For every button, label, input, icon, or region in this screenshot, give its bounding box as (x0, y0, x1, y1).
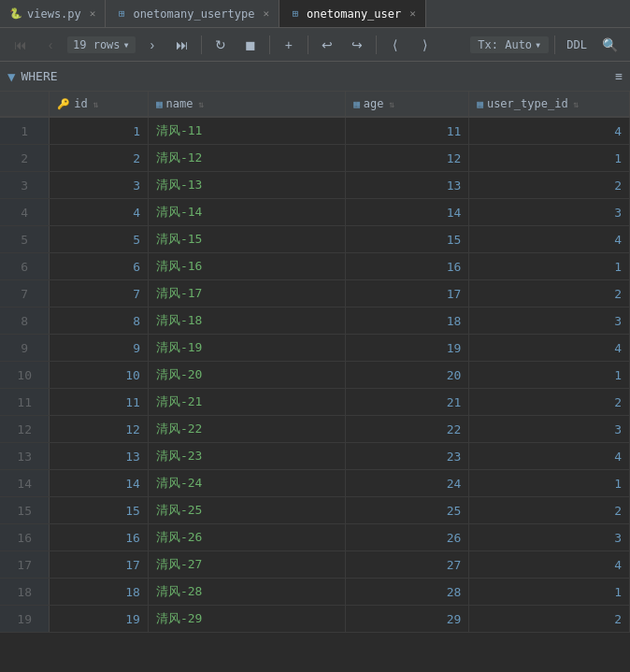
cell-age: 19 (346, 335, 469, 362)
refresh-button[interactable]: ↻ (208, 33, 234, 57)
cell-name: 清风-18 (148, 307, 345, 335)
table-row[interactable]: 1919清风-29292 (0, 606, 630, 633)
toolbar-separator-4 (376, 36, 377, 54)
cell-user-type-id: 1 (469, 470, 630, 497)
table-row[interactable]: 88清风-18183 (0, 307, 630, 335)
cell-id: 9 (50, 335, 149, 362)
cell-user-type-id: 1 (469, 145, 630, 172)
table-row[interactable]: 33清风-13132 (0, 172, 630, 199)
rows-dropdown-icon: ▾ (123, 38, 130, 51)
tab-bar: 🐍 views.py ✕ ⊞ onetomany_usertype ✕ ⊞ on… (0, 0, 630, 28)
col-header-age[interactable]: ▦ age ⇅ (346, 92, 469, 117)
redo-button[interactable]: ↪ (344, 33, 370, 57)
cell-rownum: 11 (0, 389, 50, 416)
tab-onetomany-user[interactable]: ⊞ onetomany_user ✕ (279, 0, 426, 27)
next-page-button[interactable]: › (139, 33, 165, 57)
tx-selector[interactable]: Tx: Auto ▾ (470, 36, 549, 53)
table-row[interactable]: 55清风-15154 (0, 226, 630, 253)
cell-rownum: 7 (0, 280, 50, 307)
cell-age: 20 (346, 362, 469, 389)
filter-sort-button[interactable]: ≡ (615, 69, 623, 83)
cell-rownum: 4 (0, 199, 50, 226)
cell-user-type-id: 2 (469, 497, 630, 524)
cell-name: 清风-16 (148, 253, 345, 280)
cell-user-type-id: 1 (469, 579, 630, 606)
cell-user-type-id: 1 (469, 253, 630, 280)
cell-rownum: 15 (0, 497, 50, 524)
add-row-button[interactable]: + (276, 33, 302, 57)
tx-dropdown-icon: ▾ (535, 38, 541, 51)
tab-views[interactable]: 🐍 views.py ✕ (0, 0, 106, 27)
nav-right-button[interactable]: ⟩ (412, 33, 438, 57)
col-header-rownum (0, 92, 50, 117)
cell-user-type-id: 4 (469, 335, 630, 362)
filter-left: ▼ WHERE (7, 69, 58, 84)
cell-rownum: 16 (0, 524, 50, 551)
cell-rownum: 17 (0, 551, 50, 579)
cell-id: 15 (50, 497, 149, 524)
table-row[interactable]: 11清风-11114 (0, 117, 630, 145)
table-row[interactable]: 1010清风-20201 (0, 362, 630, 389)
search-button[interactable]: 🔍 (596, 33, 623, 57)
cell-user-type-id: 2 (469, 606, 630, 633)
table-row[interactable]: 1414清风-24241 (0, 470, 630, 497)
cell-id: 18 (50, 579, 149, 606)
table-row[interactable]: 1515清风-25252 (0, 497, 630, 524)
cell-name: 清风-14 (148, 199, 345, 226)
table-container: 🔑 id ⇅ ▦ name ⇅ ▦ age ⇅ (0, 92, 630, 672)
table-row[interactable]: 44清风-14143 (0, 199, 630, 226)
col-user-type-label: user_type_id (487, 97, 568, 110)
nav-left-button[interactable]: ⟨ (382, 33, 408, 57)
python-file-icon: 🐍 (9, 7, 22, 21)
cell-name: 清风-20 (148, 362, 345, 389)
cell-name: 清风-21 (148, 389, 345, 416)
table-row[interactable]: 99清风-19194 (0, 335, 630, 362)
cell-rownum: 13 (0, 443, 50, 470)
cell-user-type-id: 2 (469, 280, 630, 307)
cell-id: 4 (50, 199, 149, 226)
table-row[interactable]: 1616清风-26263 (0, 524, 630, 551)
cell-name: 清风-17 (148, 280, 345, 307)
cell-id: 1 (50, 117, 149, 145)
col-header-id[interactable]: 🔑 id ⇅ (50, 92, 149, 117)
tab-onetomany-usertype-label: onetomany_usertype (133, 7, 254, 21)
cell-age: 13 (346, 172, 469, 199)
table-row[interactable]: 1717清风-27274 (0, 551, 630, 579)
col-header-name[interactable]: ▦ name ⇅ (148, 92, 345, 117)
filter-icon: ▼ (7, 69, 15, 84)
cell-age: 23 (346, 443, 469, 470)
tab-onetomany-user-close[interactable]: ✕ (409, 7, 416, 20)
filter-where-label: WHERE (21, 69, 57, 83)
filter-bar: ▼ WHERE ≡ (0, 62, 630, 92)
col-age-label: age (364, 97, 384, 110)
ddl-button[interactable]: DDL (561, 36, 593, 53)
toolbar: ⏮ ‹ 19 rows ▾ › ⏭ ↻ ◼ + ↩ ↪ ⟨ ⟩ Tx: Auto… (0, 28, 630, 62)
table-row[interactable]: 1111清风-21212 (0, 389, 630, 416)
table-row[interactable]: 66清风-16161 (0, 253, 630, 280)
table-row[interactable]: 77清风-17172 (0, 280, 630, 307)
table-row[interactable]: 1313清风-23234 (0, 443, 630, 470)
table-row[interactable]: 22清风-12121 (0, 145, 630, 172)
col-age-sort: ⇅ (390, 99, 395, 109)
last-page-button[interactable]: ⏭ (169, 33, 195, 57)
table-row[interactable]: 1212清风-22223 (0, 416, 630, 443)
first-page-button[interactable]: ⏮ (7, 33, 34, 57)
table-icon-2: ⊞ (289, 7, 302, 21)
cell-name: 清风-13 (148, 172, 345, 199)
table-header: 🔑 id ⇅ ▦ name ⇅ ▦ age ⇅ (0, 92, 630, 117)
undo-button[interactable]: ↩ (314, 33, 340, 57)
col-header-user-type-id[interactable]: ▦ user_type_id ⇅ (469, 92, 630, 117)
tab-views-close[interactable]: ✕ (90, 7, 96, 20)
table-row[interactable]: 1818清风-28281 (0, 579, 630, 606)
toolbar-separator-1 (201, 36, 202, 54)
cell-rownum: 9 (0, 335, 50, 362)
cell-id: 2 (50, 145, 149, 172)
rows-selector[interactable]: 19 rows ▾ (67, 36, 136, 53)
prev-page-button[interactable]: ‹ (37, 33, 64, 57)
cell-age: 17 (346, 280, 469, 307)
tab-onetomany-usertype-close[interactable]: ✕ (263, 7, 269, 20)
stop-button[interactable]: ◼ (237, 33, 264, 57)
col-name-label: name (166, 97, 193, 110)
tab-onetomany-usertype[interactable]: ⊞ onetomany_usertype ✕ (106, 0, 279, 27)
cell-age: 11 (346, 117, 469, 145)
